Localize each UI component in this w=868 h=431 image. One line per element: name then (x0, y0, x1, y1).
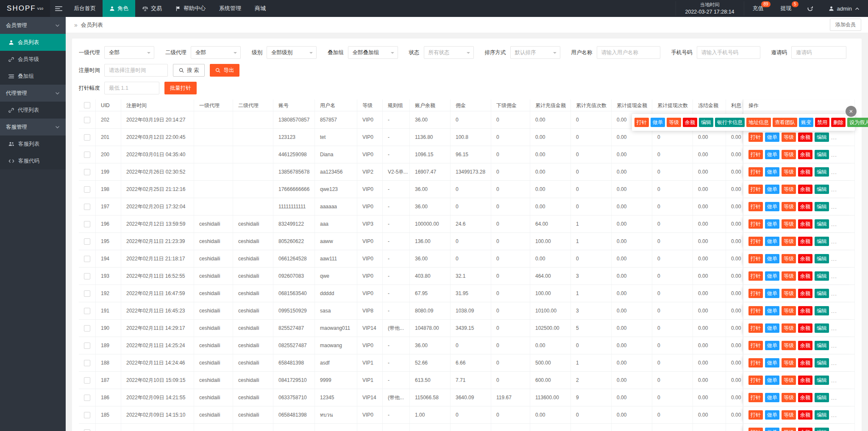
more-actions-button[interactable]: ... (831, 146, 837, 163)
phone-input[interactable] (697, 46, 760, 59)
sidebar-group-service-mgmt[interactable]: 客服管理 (0, 119, 66, 135)
row-checkbox[interactable] (84, 325, 90, 332)
popup-action-disable[interactable]: 禁用 (815, 118, 829, 127)
sidebar-item-service-list[interactable]: 客服列表 (0, 135, 66, 152)
row-action-edit[interactable]: 编辑 (815, 358, 829, 367)
row-action-edit[interactable]: 编辑 (815, 271, 829, 281)
row-action-level[interactable]: 等级 (782, 237, 796, 246)
row-action-order[interactable]: 做单 (765, 341, 779, 350)
filter-select-overlay-group[interactable]: 全部叠加组 (348, 46, 398, 59)
row-action-inject[interactable]: 打针 (748, 185, 763, 194)
row-action-order[interactable]: 做单 (765, 271, 779, 281)
row-checkbox[interactable] (84, 290, 90, 297)
row-action-edit[interactable]: 编辑 (815, 219, 829, 229)
filter-select-status[interactable]: 所有状态 (424, 46, 474, 59)
more-actions-button[interactable]: ... (831, 163, 837, 180)
more-actions-button[interactable]: ... (831, 198, 837, 215)
recharge-button[interactable]: 充值 89 (744, 0, 772, 17)
row-action-inject[interactable]: 打针 (748, 410, 763, 420)
select-all-checkbox[interactable] (84, 102, 90, 108)
popup-action-account-change[interactable]: 账变 (799, 118, 813, 127)
popup-action-bank-info[interactable]: 银行卡信息 (715, 118, 745, 127)
row-action-inject[interactable]: 打针 (748, 254, 763, 263)
more-actions-button[interactable]: ... (831, 250, 837, 267)
row-checkbox[interactable] (84, 238, 90, 245)
popup-action-balance[interactable]: 余额 (683, 118, 697, 127)
row-action-order[interactable]: 做单 (765, 254, 779, 263)
sidebar-item-overlay-group[interactable]: 叠加组 (0, 68, 66, 85)
more-actions-button[interactable]: ... (831, 354, 837, 371)
row-action-balance[interactable]: 余额 (798, 341, 812, 350)
withdraw-button[interactable]: 提现 5 (772, 0, 800, 17)
row-action-level[interactable]: 等级 (782, 323, 796, 333)
row-checkbox[interactable] (84, 429, 90, 431)
row-action-balance[interactable]: 余额 (798, 237, 812, 246)
row-checkbox[interactable] (84, 169, 90, 175)
row-checkbox[interactable] (84, 395, 90, 401)
row-action-order[interactable]: 做单 (765, 202, 779, 211)
row-action-level[interactable]: 等级 (782, 133, 796, 142)
row-action-level[interactable]: 等级 (782, 271, 796, 281)
row-action-edit[interactable]: 编辑 (815, 202, 829, 211)
row-action-level[interactable]: 等级 (782, 289, 796, 298)
row-action-edit[interactable]: 编辑 (815, 428, 829, 431)
row-checkbox[interactable] (84, 273, 90, 279)
row-action-inject[interactable]: 打针 (748, 237, 763, 246)
more-actions-button[interactable]: ... (831, 372, 837, 389)
more-actions-button[interactable]: ... (831, 216, 837, 232)
row-action-edit[interactable]: 编辑 (815, 341, 829, 350)
hamburger-icon[interactable] (50, 0, 67, 17)
row-action-inject[interactable]: 打针 (748, 306, 763, 315)
popup-action-view-team[interactable]: 查看团队 (773, 118, 797, 127)
more-actions-button[interactable]: ... (831, 268, 837, 285)
nav-item-help[interactable]: 帮助中心 (169, 0, 212, 17)
row-action-balance[interactable]: 余额 (798, 150, 812, 159)
row-action-level[interactable]: 等级 (782, 185, 796, 194)
row-action-edit[interactable]: 编辑 (815, 150, 829, 159)
row-action-order[interactable]: 做单 (765, 410, 779, 420)
row-action-balance[interactable]: 余额 (798, 167, 812, 177)
row-action-edit[interactable]: 编辑 (815, 167, 829, 177)
batch-inject-button[interactable]: 批量打针 (164, 82, 197, 94)
row-checkbox[interactable] (84, 186, 90, 193)
row-action-inject[interactable]: 打针 (748, 341, 763, 350)
row-checkbox[interactable] (84, 256, 90, 262)
row-checkbox[interactable] (84, 377, 90, 384)
row-action-balance[interactable]: 余额 (798, 428, 812, 431)
row-action-level[interactable]: 等级 (782, 219, 796, 229)
user-menu[interactable]: admin (820, 6, 868, 12)
popup-action-inject[interactable]: 打针 (634, 118, 649, 127)
row-action-edit[interactable]: 编辑 (815, 323, 829, 333)
nav-item-system[interactable]: 系统管理 (212, 0, 248, 17)
row-action-balance[interactable]: 余额 (798, 376, 812, 385)
popup-action-delete[interactable]: 删除 (831, 118, 846, 127)
sidebar-item-member-level[interactable]: 会员等级 (0, 51, 66, 68)
row-action-level[interactable]: 等级 (782, 428, 796, 431)
row-action-balance[interactable]: 余额 (798, 306, 812, 315)
row-action-balance[interactable]: 余额 (798, 358, 812, 367)
row-action-level[interactable]: 等级 (782, 150, 796, 159)
row-action-edit[interactable]: 编辑 (815, 410, 829, 420)
popup-action-address-info[interactable]: 地址信息 (746, 118, 771, 127)
row-action-order[interactable]: 做单 (765, 358, 779, 367)
filter-select-agent1[interactable]: 全部 (104, 46, 154, 59)
more-actions-button[interactable]: ... (831, 302, 837, 319)
row-checkbox[interactable] (84, 204, 90, 210)
row-action-inject[interactable]: 打针 (748, 167, 763, 177)
popup-action-level[interactable]: 等级 (667, 118, 681, 127)
more-actions-button[interactable]: ... (831, 181, 837, 198)
row-action-inject[interactable]: 打针 (748, 271, 763, 281)
row-checkbox[interactable] (84, 343, 90, 349)
row-action-balance[interactable]: 余额 (798, 271, 812, 281)
row-action-level[interactable]: 等级 (782, 306, 796, 315)
row-action-inject[interactable]: 打针 (748, 376, 763, 385)
nav-item-trade[interactable]: 交易 (135, 0, 169, 17)
row-action-inject[interactable]: 打针 (748, 133, 763, 142)
row-action-level[interactable]: 等级 (782, 254, 796, 263)
export-button[interactable]: 导出 (210, 64, 239, 77)
row-action-edit[interactable]: 编辑 (815, 254, 829, 263)
row-action-balance[interactable]: 余额 (798, 323, 812, 333)
row-action-order[interactable]: 做单 (765, 237, 779, 246)
row-action-inject[interactable]: 打针 (748, 323, 763, 333)
row-checkbox[interactable] (84, 134, 90, 141)
